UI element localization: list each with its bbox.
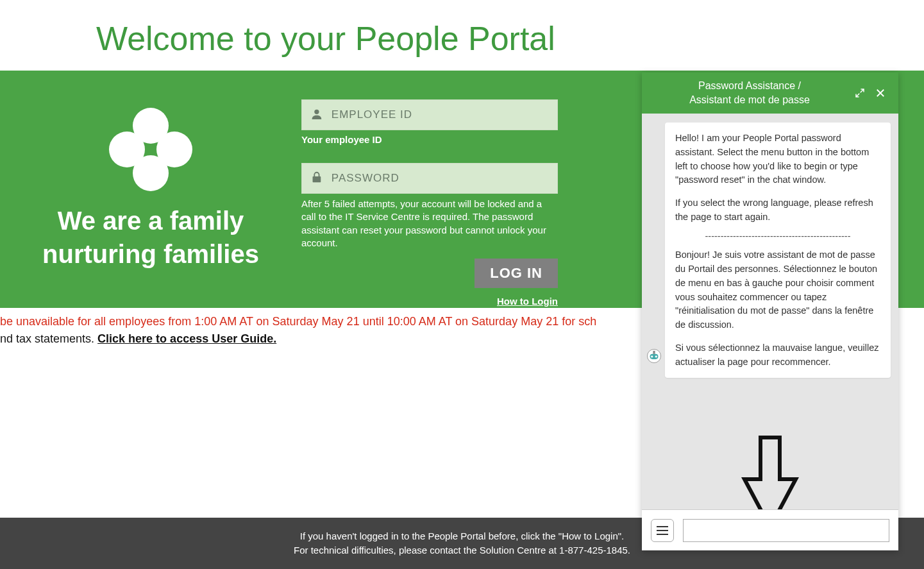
chat-panel: Password Assistance / Assistant de mot d… bbox=[642, 72, 898, 550]
bot-avatar-icon bbox=[646, 348, 662, 364]
login-form: Your employee ID After 5 failed attempts… bbox=[301, 71, 635, 308]
footer-line2: For technical difficulties, please conta… bbox=[294, 543, 630, 557]
chat-body: Hello! I am your People Portal password … bbox=[642, 114, 898, 509]
svg-rect-6 bbox=[653, 351, 655, 354]
bot-msg-en-p2: If you select the wrong language, please… bbox=[675, 196, 880, 225]
banner-line2-prefix: nd tax statements. bbox=[0, 332, 97, 345]
chat-menu-button[interactable] bbox=[651, 519, 674, 542]
password-field[interactable] bbox=[301, 163, 558, 194]
svg-point-5 bbox=[655, 355, 657, 357]
login-button[interactable]: LOG IN bbox=[475, 259, 558, 288]
lockout-warning: After 5 failed attempts, your account wi… bbox=[301, 198, 558, 250]
chat-title: Password Assistance / Assistant de mot d… bbox=[652, 79, 847, 106]
lock-icon bbox=[310, 171, 324, 186]
bot-message: Hello! I am your People Portal password … bbox=[665, 123, 891, 378]
down-arrow-icon bbox=[741, 434, 799, 509]
employee-id-field[interactable] bbox=[301, 99, 558, 130]
bot-msg-separator: ----------------------------------------… bbox=[675, 230, 880, 244]
chat-title-line2: Assistant de mot de passe bbox=[652, 93, 847, 107]
footer-line1: If you haven't logged in to the People P… bbox=[300, 529, 625, 543]
password-input[interactable] bbox=[332, 172, 550, 185]
hero-left: We are a family nurturing families bbox=[0, 71, 301, 308]
chat-title-line1: Password Assistance / bbox=[652, 79, 847, 93]
chat-input-row bbox=[642, 509, 898, 550]
chat-input[interactable] bbox=[683, 519, 889, 542]
svg-point-0 bbox=[314, 110, 319, 114]
clover-logo-icon bbox=[109, 108, 192, 191]
svg-rect-1 bbox=[313, 176, 321, 182]
expand-icon[interactable] bbox=[852, 85, 868, 101]
user-guide-link[interactable]: Click here to access User Guide. bbox=[97, 332, 276, 345]
chat-header: Password Assistance / Assistant de mot d… bbox=[642, 72, 898, 114]
employee-id-input[interactable] bbox=[332, 108, 550, 121]
how-to-login-link[interactable]: How to Login bbox=[497, 296, 558, 307]
tagline: We are a family nurturing families bbox=[0, 204, 301, 271]
employee-hint: Your employee ID bbox=[301, 134, 635, 145]
svg-point-4 bbox=[651, 355, 653, 357]
bot-msg-fr-p2: Si vous sélectionnez la mauvaise langue,… bbox=[675, 341, 880, 369]
person-icon bbox=[310, 107, 324, 123]
bot-msg-fr-p1: Bonjour! Je suis votre assistant de mot … bbox=[675, 248, 880, 332]
bot-msg-en-p1: Hello! I am your People Portal password … bbox=[675, 132, 880, 187]
page-title: Welcome to your People Portal bbox=[0, 0, 924, 71]
close-icon[interactable] bbox=[873, 85, 888, 101]
